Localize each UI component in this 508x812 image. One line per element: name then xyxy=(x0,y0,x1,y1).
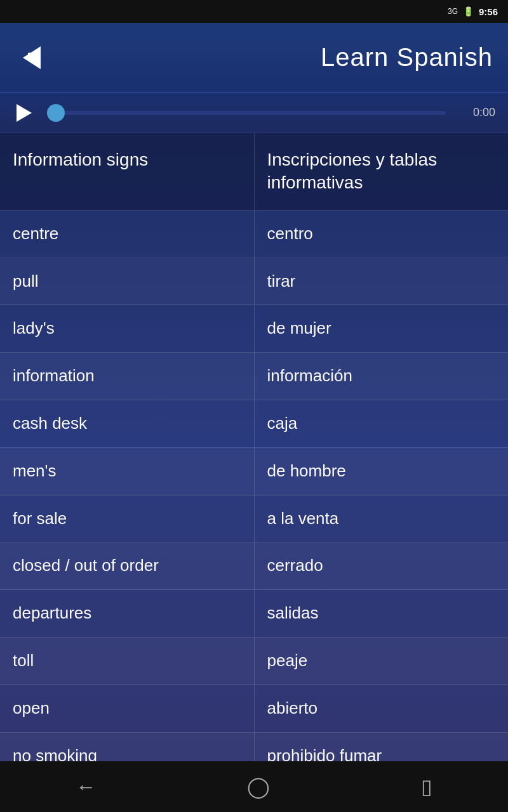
vocab-table: Information signsInscripciones y tablas … xyxy=(0,133,508,812)
nav-home-button[interactable]: ◯ xyxy=(247,775,270,799)
back-arrow-icon xyxy=(23,46,41,69)
table-row: centrecentro xyxy=(0,211,508,258)
english-cell: centre xyxy=(0,211,255,258)
table-row: departuressalidas xyxy=(0,590,508,638)
table-row: informationinformación xyxy=(0,353,508,400)
clock: 9:56 xyxy=(479,6,498,17)
signal-icon: 3G xyxy=(448,7,458,16)
english-cell: information xyxy=(0,353,255,400)
table-row: closed / out of ordercerrado xyxy=(0,542,508,590)
english-cell: cash desk xyxy=(0,400,255,447)
table-row: for salea la venta xyxy=(0,495,508,543)
nav-back-button[interactable]: ← xyxy=(76,775,96,799)
english-cell: men's xyxy=(0,448,255,495)
table-row: lady'sde mujer xyxy=(0,305,508,353)
play-icon xyxy=(17,104,32,122)
battery-icon: 🔋 xyxy=(463,6,474,16)
spanish-cell: caja xyxy=(255,400,509,447)
spanish-cell: abierto xyxy=(255,685,509,732)
english-cell: for sale xyxy=(0,495,255,542)
spanish-cell: información xyxy=(255,353,509,400)
nav-recents-icon: ▯ xyxy=(421,775,432,799)
nav-home-icon: ◯ xyxy=(247,775,270,799)
english-cell: lady's xyxy=(0,305,255,352)
spanish-cell: cerrado xyxy=(255,542,509,589)
nav-back-icon: ← xyxy=(76,775,96,799)
english-cell: departures xyxy=(0,590,255,637)
progress-track[interactable] xyxy=(47,111,446,115)
table-row: openabierto xyxy=(0,685,508,733)
play-button[interactable] xyxy=(13,102,36,124)
table-row: men'sde hombre xyxy=(0,448,508,495)
spanish-cell: de hombre xyxy=(255,448,509,495)
page-title: Learn Spanish xyxy=(321,43,493,72)
time-display: 0:00 xyxy=(457,106,495,119)
vocabulary-list: Information signsInscripciones y tablas … xyxy=(0,133,508,812)
english-cell: pull xyxy=(0,258,255,305)
spanish-cell: de mujer xyxy=(255,305,509,352)
spanish-cell: salidas xyxy=(255,590,509,637)
spanish-cell: Inscripciones y tablas informativas xyxy=(255,133,509,210)
nav-recents-button[interactable]: ▯ xyxy=(421,775,432,799)
english-cell: closed / out of order xyxy=(0,542,255,589)
spanish-cell: a la venta xyxy=(255,495,509,542)
navigation-bar: ← ◯ ▯ xyxy=(0,761,508,812)
status-bar: 3G 🔋 9:56 xyxy=(0,0,508,23)
progress-thumb[interactable] xyxy=(47,104,65,122)
english-cell: open xyxy=(0,685,255,732)
table-row: pulltirar xyxy=(0,258,508,306)
table-row: tollpeaje xyxy=(0,638,508,685)
back-button[interactable] xyxy=(15,41,48,74)
spanish-cell: tirar xyxy=(255,258,509,305)
audio-player: 0:00 xyxy=(0,93,508,133)
english-cell: Information signs xyxy=(0,133,255,210)
spanish-cell: peaje xyxy=(255,638,509,684)
spanish-cell: centro xyxy=(255,211,509,258)
english-cell: toll xyxy=(0,638,255,684)
table-row: cash deskcaja xyxy=(0,400,508,448)
app-header: Learn Spanish xyxy=(0,23,508,93)
table-row: Information signsInscripciones y tablas … xyxy=(0,133,508,211)
